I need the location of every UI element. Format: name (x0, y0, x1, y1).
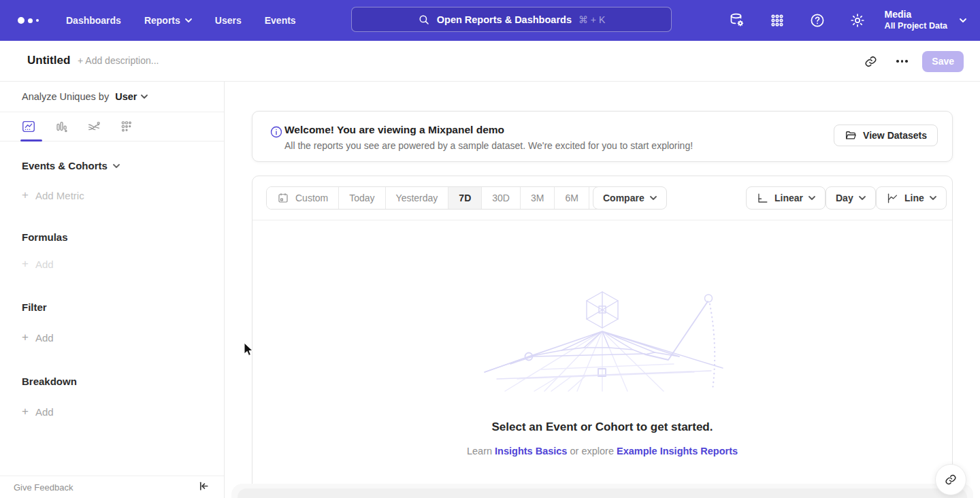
plus-icon: + (22, 405, 29, 418)
chevron-down-icon (930, 196, 936, 200)
more-options-button[interactable] (891, 50, 913, 72)
range-7d-label: 7D (459, 193, 471, 203)
mixpanel-logo[interactable] (18, 17, 45, 24)
nav-events[interactable]: Events (253, 0, 308, 41)
range-3m-label: 3M (531, 193, 544, 203)
chevron-down-icon (141, 95, 148, 99)
collapse-sidebar-button[interactable] (199, 481, 209, 494)
chevron-down-icon (808, 196, 815, 200)
section-breakdown: Breakdown (0, 376, 224, 387)
range-7d[interactable]: 7D (448, 187, 482, 209)
global-search[interactable]: Open Reports & Dashboards ⌘ + K (351, 7, 672, 32)
apps-grid-icon[interactable] (762, 7, 794, 34)
chart-type-button[interactable]: Line (876, 186, 947, 210)
copy-link-button[interactable] (860, 50, 881, 72)
add-filter-button[interactable]: + Add (0, 331, 224, 344)
add-description[interactable]: + Add description... (78, 55, 159, 66)
nav-reports[interactable]: Reports (133, 0, 203, 41)
range-6m-label: 6M (565, 193, 578, 203)
report-title[interactable]: Untitled (27, 54, 70, 67)
learn-prefix: Learn (467, 446, 492, 456)
project-switcher[interactable]: Media All Project Data (885, 9, 947, 31)
chevron-down-icon (650, 196, 657, 200)
search-icon (418, 14, 430, 26)
section-formulas: Formulas (0, 231, 224, 243)
banner-body: All the reports you see are powered by a… (284, 140, 693, 151)
example-insights-reports-link[interactable]: Example Insights Reports (617, 446, 738, 456)
query-builder-sidebar: Analyze Uniques by User Events & Cohorts (0, 82, 225, 498)
chart-controls: Custom Today Yesterday 7D 30D 3M 6M 12M … (266, 186, 940, 210)
banner-title: Welcome! You are viewing a Mixpanel demo (284, 124, 504, 136)
range-30d[interactable]: 30D (482, 187, 521, 209)
range-3m[interactable]: 3M (521, 187, 555, 209)
link-icon (945, 474, 957, 486)
more-icon (896, 60, 908, 63)
view-datasets-button[interactable]: View Datasets (834, 124, 938, 146)
range-6m[interactable]: 6M (555, 187, 589, 209)
nav-users[interactable]: Users (203, 0, 253, 41)
section-events-cohorts[interactable]: Events & Cohorts (0, 160, 224, 171)
active-tab-indicator (20, 139, 42, 142)
add-formula-button[interactable]: + Add (0, 257, 224, 271)
gear-icon[interactable] (842, 7, 874, 34)
plus-icon: + (22, 188, 29, 202)
tab-retention[interactable] (118, 118, 135, 135)
share-link-floating-button[interactable] (935, 464, 966, 495)
breakdown-label: Breakdown (22, 376, 77, 387)
compare-button[interactable]: Compare (593, 186, 667, 210)
bar-chart-icon (54, 119, 69, 134)
calendar-icon (277, 192, 289, 204)
tab-insights-chart[interactable] (20, 118, 37, 135)
welcome-banner: Welcome! You are viewing a Mixpanel demo… (252, 111, 953, 162)
insights-chart-icon (21, 119, 36, 134)
link-icon (864, 55, 877, 68)
give-feedback-link[interactable]: Give Feedback (14, 482, 73, 493)
folder-icon (845, 129, 857, 142)
events-cohorts-label: Events & Cohorts (22, 160, 108, 171)
mixpanel-insights-page: Dashboards Reports Users Events Open Rep… (0, 0, 980, 498)
granularity-button[interactable]: Day (826, 186, 876, 210)
sidebar-footer: Give Feedback (0, 476, 224, 498)
granularity-label: Day (836, 193, 853, 203)
chevron-down-icon (185, 18, 192, 22)
analyze-uniques-row: Analyze Uniques by User (0, 82, 224, 112)
tab-flows[interactable] (86, 118, 102, 135)
range-yesterday[interactable]: Yesterday (386, 187, 449, 209)
nav-dashboards-label: Dashboards (66, 15, 121, 26)
insights-basics-link[interactable]: Insights Basics (495, 446, 567, 456)
add-metric-button[interactable]: + Add Metric (0, 188, 224, 202)
help-icon[interactable] (802, 7, 834, 34)
scale-button[interactable]: Linear (746, 186, 826, 210)
collapse-left-icon (199, 481, 209, 491)
nav-users-label: Users (215, 15, 242, 26)
save-button[interactable]: Save (922, 51, 964, 72)
analyze-prefix-label: Analyze Uniques by (22, 91, 109, 102)
visualization-tabs (0, 112, 224, 142)
data-management-icon[interactable] (721, 7, 753, 34)
add-breakdown-button[interactable]: + Add (0, 405, 224, 418)
report-card: Custom Today Yesterday 7D 30D 3M 6M 12M … (252, 176, 953, 498)
chart-type-label: Line (904, 193, 924, 203)
nav-dashboards[interactable]: Dashboards (54, 0, 133, 41)
range-yesterday-label: Yesterday (396, 193, 438, 203)
analyze-value[interactable]: User (115, 91, 137, 102)
chevron-down-icon (960, 18, 966, 22)
add-breakdown-label: Add (35, 406, 54, 418)
range-30d-label: 30D (492, 193, 510, 203)
connector-text: or explore (570, 446, 613, 456)
date-range-selector: Custom Today Yesterday 7D 30D 3M 6M 12M (266, 186, 629, 210)
chevron-down-icon (859, 196, 866, 200)
empty-state-illustration (470, 289, 735, 395)
range-today[interactable]: Today (339, 187, 385, 209)
chevron-down-icon (113, 164, 120, 168)
range-custom-label: Custom (295, 193, 328, 203)
project-name: Media (885, 9, 947, 21)
search-shortcut: ⌘ + K (578, 14, 605, 25)
scale-label: Linear (774, 193, 803, 203)
view-datasets-label: View Datasets (863, 130, 927, 141)
empty-state-title: Select an Event or Cohort to get started… (252, 420, 952, 434)
nav-reports-label: Reports (144, 15, 180, 26)
range-custom[interactable]: Custom (267, 187, 339, 209)
tab-bar-chart[interactable] (53, 118, 69, 135)
compare-label: Compare (603, 193, 644, 203)
